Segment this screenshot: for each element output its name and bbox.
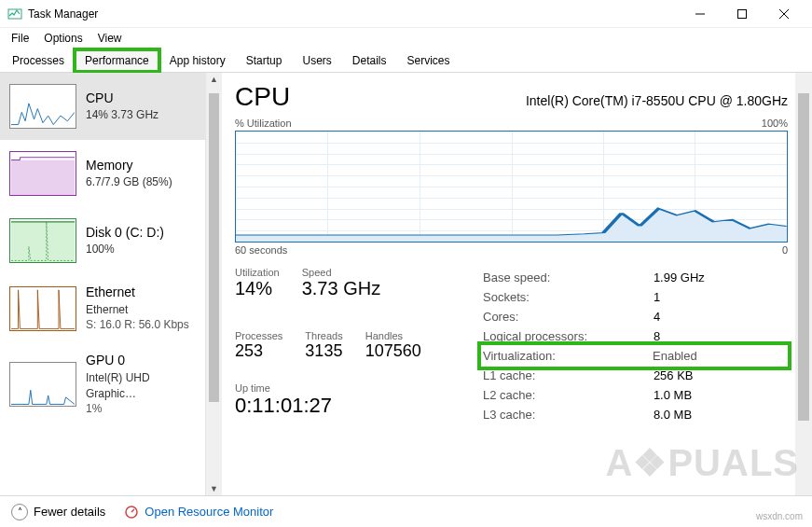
sidebar-item-sub: Ethernet <box>86 302 189 318</box>
maximize-button[interactable] <box>721 0 763 28</box>
stat-speed-value: 3.73 GHz <box>302 278 380 299</box>
scrollbar-thumb[interactable] <box>209 93 219 402</box>
source-watermark: wsxdn.com <box>756 511 803 521</box>
tab-processes[interactable]: Processes <box>2 49 75 72</box>
window-title: Task Manager <box>28 7 98 21</box>
sidebar-item-sub: Intel(R) UHD Graphic… <box>86 370 196 402</box>
menu-options[interactable]: Options <box>38 30 88 47</box>
scrollbar-thumb[interactable] <box>798 93 809 421</box>
page-title: CPU <box>235 82 290 112</box>
scroll-up-icon[interactable]: ▲ <box>210 75 218 84</box>
sidebar-scrollbar[interactable]: ▲ ▼ <box>205 73 222 495</box>
minimize-button[interactable] <box>679 0 721 28</box>
cpu-spec-table: Base speed:1.99 GHz Sockets:1 Cores:4 Lo… <box>481 267 788 425</box>
sidebar-item-sub2: 1% <box>86 401 196 417</box>
title-bar: Task Manager <box>0 0 812 28</box>
spec-logical-value: 8 <box>654 327 786 345</box>
menu-view[interactable]: View <box>92 30 128 47</box>
tab-strip: Processes Performance App history Startu… <box>0 49 812 73</box>
sidebar-item-sub: 14% 3.73 GHz <box>86 107 158 123</box>
gpu-sparkline-icon <box>9 362 76 407</box>
stat-uptime-value: 0:11:01:27 <box>235 394 459 418</box>
stat-speed-label: Speed <box>302 267 380 278</box>
spec-sockets-label: Sockets: <box>483 288 652 306</box>
disk-sparkline-icon <box>9 218 76 263</box>
tab-details[interactable]: Details <box>342 49 397 72</box>
spec-l1-value: 256 KB <box>654 367 786 384</box>
tab-startup[interactable]: Startup <box>236 49 293 72</box>
open-resource-monitor-link[interactable]: Open Resource Monitor <box>145 505 273 519</box>
svg-line-8 <box>131 509 134 512</box>
sidebar-item-label: Memory <box>86 157 172 175</box>
cpu-sparkline-icon <box>9 84 76 129</box>
spec-virtualization-value: Enabled <box>653 349 697 363</box>
content-area: CPU 14% 3.73 GHz Memory 6.7/7.9 GB (85%) <box>0 73 812 495</box>
stat-uptime-label: Up time <box>235 382 459 394</box>
fewer-details-button[interactable]: Fewer details <box>34 505 105 519</box>
menu-file[interactable]: File <box>6 30 34 47</box>
stat-threads-label: Threads <box>305 330 342 341</box>
sidebar-item-label: GPU 0 <box>86 352 196 370</box>
stat-handles-label: Handles <box>365 330 421 341</box>
spec-l3-value: 8.0 MB <box>654 406 786 423</box>
resource-monitor-icon <box>124 505 139 520</box>
spec-virtualization-label: Virtualization: <box>483 349 653 363</box>
spec-l1-label: L1 cache: <box>483 367 652 384</box>
stat-processes-label: Processes <box>235 330 282 341</box>
main-scrollbar[interactable] <box>795 73 812 495</box>
ethernet-sparkline-icon <box>9 286 76 331</box>
stat-utilization-value: 14% <box>235 278 280 299</box>
sidebar-item-disk[interactable]: Disk 0 (C: D:) 100% <box>0 207 205 274</box>
sidebar-item-label: CPU <box>86 90 158 108</box>
stat-threads-value: 3135 <box>305 341 342 361</box>
scroll-down-icon[interactable]: ▼ <box>210 484 218 493</box>
sidebar-item-memory[interactable]: Memory 6.7/7.9 GB (85%) <box>0 140 205 207</box>
spec-logical-label: Logical processors: <box>483 327 652 345</box>
sidebar-item-sub: 6.7/7.9 GB (85%) <box>86 174 172 190</box>
sidebar-item-cpu[interactable]: CPU 14% 3.73 GHz <box>0 73 205 140</box>
sidebar-item-ethernet[interactable]: Ethernet Ethernet S: 16.0 R: 56.0 Kbps <box>0 274 205 342</box>
cpu-model: Intel(R) Core(TM) i7-8550U CPU @ 1.80GHz <box>526 93 788 108</box>
chart-label-bottom-right: 0 <box>782 244 788 256</box>
tab-users[interactable]: Users <box>292 49 341 72</box>
stat-processes-value: 253 <box>235 341 282 361</box>
svg-rect-2 <box>737 9 746 18</box>
window-controls <box>679 0 805 28</box>
chart-label-bottom-left: 60 seconds <box>235 244 287 256</box>
svg-rect-6 <box>11 222 75 262</box>
tab-app-history[interactable]: App history <box>159 49 236 72</box>
sidebar-item-sub2: S: 16.0 R: 56.0 Kbps <box>86 317 189 333</box>
spec-sockets-value: 1 <box>654 288 786 306</box>
svg-rect-5 <box>11 160 75 196</box>
spec-l2-value: 1.0 MB <box>654 386 786 404</box>
sidebar-item-sub: 100% <box>86 242 164 257</box>
sidebar: CPU 14% 3.73 GHz Memory 6.7/7.9 GB (85%) <box>0 73 222 495</box>
spec-cores-value: 4 <box>654 308 786 326</box>
footer: ˄ Fewer details Open Resource Monitor <box>0 495 812 527</box>
sidebar-item-label: Disk 0 (C: D:) <box>86 224 164 243</box>
spec-base-speed-value: 1.99 GHz <box>654 269 786 286</box>
chart-label-top-right: 100% <box>762 118 788 129</box>
stat-utilization-label: Utilization <box>235 267 280 278</box>
stat-handles-value: 107560 <box>365 341 421 361</box>
spec-base-speed-label: Base speed: <box>483 269 652 286</box>
menu-bar: File Options View <box>0 28 812 49</box>
utilization-chart <box>235 131 788 243</box>
chevron-up-icon[interactable]: ˄ <box>11 504 28 520</box>
close-button[interactable] <box>763 0 805 28</box>
app-icon <box>7 7 22 21</box>
spec-cores-label: Cores: <box>483 308 652 326</box>
spec-l2-label: L2 cache: <box>483 386 652 404</box>
spec-l3-label: L3 cache: <box>483 406 652 423</box>
sidebar-item-gpu[interactable]: GPU 0 Intel(R) UHD Graphic… 1% <box>0 342 205 426</box>
sidebar-item-label: Ethernet <box>86 284 189 302</box>
memory-sparkline-icon <box>9 151 76 196</box>
main-pane: CPU Intel(R) Core(TM) i7-8550U CPU @ 1.8… <box>222 73 812 495</box>
tab-services[interactable]: Services <box>397 49 461 72</box>
tab-performance[interactable]: Performance <box>75 49 159 72</box>
chart-label-top-left: % Utilization <box>235 118 292 129</box>
